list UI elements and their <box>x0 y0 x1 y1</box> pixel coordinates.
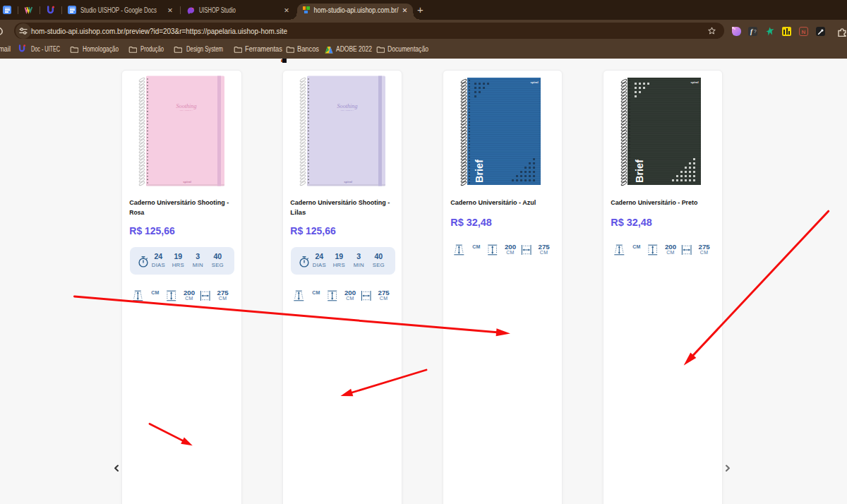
svg-text:CM: CM <box>539 250 548 255</box>
svg-text:Doc - UITEC: Doc - UITEC <box>31 45 60 53</box>
svg-text:Gmail: Gmail <box>0 45 11 53</box>
svg-text:HRS: HRS <box>332 262 344 268</box>
svg-text:hom-studio-api.uishop.com.br/p: hom-studio-api.uishop.com.br/preview?id=… <box>31 27 287 35</box>
svg-text:Bancos: Bancos <box>297 45 319 53</box>
svg-text:DIAS: DIAS <box>152 262 165 268</box>
svg-text:24: 24 <box>154 252 162 260</box>
svg-text:CM: CM <box>632 244 641 249</box>
svg-text:200: 200 <box>184 289 195 296</box>
svg-text:275: 275 <box>538 243 550 251</box>
svg-text:Lilas: Lilas <box>290 208 306 216</box>
svg-text:R$ 125,66: R$ 125,66 <box>290 225 336 236</box>
svg-text:19: 19 <box>174 252 182 260</box>
svg-text:19: 19 <box>335 252 343 260</box>
svg-text:Caderno Universitário - Azul: Caderno Universitário - Azul <box>450 198 536 206</box>
svg-text:CM: CM <box>312 290 320 295</box>
svg-text:Brief: Brief <box>633 159 645 183</box>
svg-text:Caderno Universitário - Preto: Caderno Universitário - Preto <box>611 198 697 206</box>
svg-text:Caderno Universitário Shooting: Caderno Universitário Shooting - <box>129 198 229 206</box>
svg-text:R$ 32,48: R$ 32,48 <box>450 217 492 228</box>
svg-text:Brief: Brief <box>473 159 485 183</box>
svg-text:200: 200 <box>504 243 515 251</box>
svg-text:HRS: HRS <box>172 262 184 268</box>
svg-text:ADOBE 2022: ADOBE 2022 <box>336 45 372 53</box>
svg-text:Produção: Produção <box>140 45 164 53</box>
svg-text:275: 275 <box>378 289 390 296</box>
svg-text:Rosa: Rosa <box>129 208 144 216</box>
svg-text:Soothing: Soothing <box>337 102 358 109</box>
svg-text:CM: CM <box>346 296 354 301</box>
svg-text:R$ 32,48: R$ 32,48 <box>611 217 652 228</box>
svg-text:R$ 125,66: R$ 125,66 <box>129 225 175 236</box>
svg-text:DIAS: DIAS <box>312 262 325 268</box>
svg-text:200: 200 <box>664 243 675 251</box>
svg-text:CM: CM <box>379 296 388 301</box>
svg-text:spiral: spiral <box>183 180 191 184</box>
svg-text:hom-studio-api.uishop.com.br/: hom-studio-api.uishop.com.br/ <box>314 6 399 14</box>
svg-text:CM: CM <box>472 244 481 249</box>
svg-text:Caderno Universitário Shooting: Caderno Universitário Shooting - <box>290 198 390 206</box>
svg-text:?: ? <box>754 29 757 34</box>
svg-text:40: 40 <box>374 252 383 260</box>
svg-text:MIN: MIN <box>193 262 203 268</box>
svg-text:40: 40 <box>213 252 222 260</box>
svg-text:+: + <box>417 4 424 16</box>
svg-text:275: 275 <box>217 289 229 296</box>
svg-text:FOR A GOOD DAY: FOR A GOOD DAY <box>340 109 354 111</box>
svg-text:CM: CM <box>699 250 708 255</box>
svg-text:275: 275 <box>698 243 710 251</box>
svg-text:CM: CM <box>151 290 160 295</box>
svg-text:CM: CM <box>506 250 515 255</box>
svg-text:FOR A GOOD DAY: FOR A GOOD DAY <box>180 109 193 111</box>
svg-text:Design System: Design System <box>186 45 223 53</box>
svg-text:f: f <box>750 28 753 35</box>
svg-text:MIN: MIN <box>353 262 364 268</box>
svg-text:spiral: spiral <box>344 180 352 184</box>
svg-text:N: N <box>802 29 806 35</box>
svg-text:✕: ✕ <box>402 6 408 14</box>
svg-text:CM: CM <box>185 296 193 301</box>
svg-text:spiral: spiral <box>690 80 698 84</box>
svg-text:Soothing: Soothing <box>176 102 198 109</box>
svg-text:Ferramentas: Ferramentas <box>245 45 282 53</box>
svg-text:3: 3 <box>356 252 361 260</box>
svg-text:CM: CM <box>219 296 227 301</box>
svg-text:CM: CM <box>666 250 675 255</box>
svg-text:3: 3 <box>196 252 200 260</box>
svg-text:24: 24 <box>315 252 323 260</box>
svg-text:SEG: SEG <box>212 262 224 268</box>
svg-text:SEG: SEG <box>372 262 384 268</box>
svg-text:spiral: spiral <box>530 80 538 84</box>
svg-text:200: 200 <box>344 289 355 296</box>
svg-text:Homologação: Homologação <box>83 45 119 53</box>
svg-text:Documentação: Documentação <box>388 45 428 53</box>
